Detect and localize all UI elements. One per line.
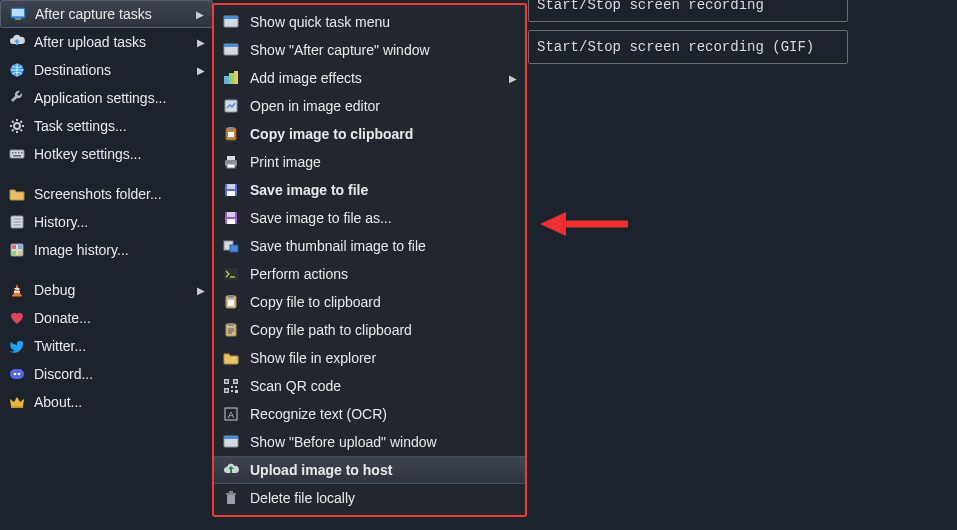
- svg-rect-26: [12, 251, 16, 255]
- sidebar-item-image-history[interactable]: Image history...: [0, 236, 213, 264]
- sidebar-item-label: Destinations: [34, 62, 197, 78]
- image-history-icon: [8, 241, 26, 259]
- svg-rect-2: [15, 18, 21, 20]
- svg-rect-30: [14, 291, 20, 293]
- svg-rect-36: [224, 16, 238, 19]
- submenu-item-save-thumbnail[interactable]: Save thumbnail image to file: [214, 232, 525, 260]
- sidebar-item-application-settings[interactable]: Application settings...: [0, 84, 213, 112]
- submenu-item-show-file-in-explorer[interactable]: Show file in explorer: [214, 344, 525, 372]
- sidebar-item-after-upload-tasks[interactable]: After upload tasks ▶: [0, 28, 213, 56]
- submenu-item-perform-actions[interactable]: Perform actions: [214, 260, 525, 288]
- cloud-upload-icon: [8, 33, 26, 51]
- sidebar-item-label: After capture tasks: [35, 6, 196, 22]
- sidebar-item-label: Donate...: [34, 310, 207, 326]
- svg-rect-74: [226, 381, 228, 383]
- submenu-item-label: Open in image editor: [250, 98, 519, 114]
- svg-point-32: [14, 373, 17, 376]
- window-icon: [222, 13, 240, 31]
- monitor-icon: [9, 5, 27, 23]
- chevron-right-icon: ▶: [197, 285, 207, 296]
- sidebar-item-task-settings[interactable]: Task settings...: [0, 112, 213, 140]
- sidebar-item-donate[interactable]: Donate...: [0, 304, 213, 332]
- svg-rect-40: [229, 73, 234, 84]
- svg-point-4: [14, 123, 20, 129]
- submenu-item-label: Save image to file as...: [250, 210, 519, 226]
- svg-rect-60: [228, 295, 234, 298]
- svg-marker-85: [540, 212, 566, 236]
- sidebar-item-screenshots-folder[interactable]: Screenshots folder...: [0, 180, 213, 208]
- submenu-item-copy-file-to-clipboard[interactable]: Copy file to clipboard: [214, 288, 525, 316]
- svg-rect-73: [235, 390, 238, 393]
- globe-icon: [8, 61, 26, 79]
- submenu-item-show-after-capture-window[interactable]: Show "After capture" window: [214, 36, 525, 64]
- svg-rect-72: [231, 390, 233, 392]
- submenu-item-recognize-text-ocr[interactable]: ARecognize text (OCR): [214, 400, 525, 428]
- svg-rect-1: [12, 9, 24, 16]
- printer-icon: [222, 153, 240, 171]
- history-icon: [8, 213, 26, 231]
- svg-rect-28: [12, 295, 22, 297]
- submenu-item-delete-file-locally[interactable]: Delete file locally: [214, 484, 525, 512]
- svg-rect-13: [10, 150, 24, 158]
- submenu-item-open-in-image-editor[interactable]: Open in image editor: [214, 92, 525, 120]
- svg-rect-14: [12, 152, 14, 154]
- sidebar-item-about[interactable]: About...: [0, 388, 213, 416]
- clipboard-file-icon: [222, 293, 240, 311]
- submenu-item-copy-file-path-to-clipboard[interactable]: Copy file path to clipboard: [214, 316, 525, 344]
- submenu-item-label: Copy file to clipboard: [250, 294, 519, 310]
- submenu-item-copy-image-to-clipboard[interactable]: Copy image to clipboard: [214, 120, 525, 148]
- window-icon: [222, 433, 240, 451]
- upload-icon: [222, 461, 240, 479]
- svg-rect-51: [227, 191, 235, 196]
- svg-rect-27: [18, 251, 22, 255]
- effects-icon: [222, 69, 240, 87]
- sidebar-item-after-capture-tasks[interactable]: After capture tasks ▶: [0, 0, 213, 28]
- hotkey-label: Start/Stop screen recording: [537, 0, 764, 13]
- hotkey-label: Start/Stop screen recording (GIF): [537, 39, 814, 55]
- submenu-item-label: Copy file path to clipboard: [250, 322, 519, 338]
- clipboard-image-icon: [222, 125, 240, 143]
- sidebar-item-debug[interactable]: Debug ▶: [0, 276, 213, 304]
- submenu-item-scan-qr-code[interactable]: Scan QR code: [214, 372, 525, 400]
- folder-icon: [8, 185, 26, 203]
- folder-open-icon: [222, 349, 240, 367]
- sidebar-item-destinations[interactable]: Destinations ▶: [0, 56, 213, 84]
- svg-rect-61: [228, 300, 234, 306]
- svg-rect-82: [226, 493, 236, 495]
- sidebar-item-label: Debug: [34, 282, 197, 298]
- sidebar-item-label: History...: [34, 214, 207, 230]
- submenu-item-save-image-to-file[interactable]: Save image to file: [214, 176, 525, 204]
- svg-rect-80: [224, 436, 238, 439]
- hotkey-row[interactable]: Start/Stop screen recording: [528, 0, 848, 22]
- trash-icon: [222, 489, 240, 507]
- submenu-item-label: Delete file locally: [250, 490, 519, 506]
- submenu-item-save-image-to-file-as[interactable]: Save image to file as...: [214, 204, 525, 232]
- sidebar-divider: [0, 264, 213, 276]
- chevron-right-icon: ▶: [197, 37, 207, 48]
- svg-rect-17: [21, 152, 23, 154]
- sidebar-item-hotkey-settings[interactable]: Hotkey settings...: [0, 140, 213, 168]
- svg-rect-50: [227, 184, 235, 189]
- svg-rect-25: [18, 245, 22, 249]
- svg-rect-31: [10, 369, 24, 379]
- submenu-item-show-quick-task-menu[interactable]: Show quick task menu: [214, 8, 525, 36]
- submenu-item-add-image-effects[interactable]: Add image effects▶: [214, 64, 525, 92]
- svg-rect-44: [228, 127, 234, 130]
- sidebar-item-label: Image history...: [34, 242, 207, 258]
- sidebar-item-discord[interactable]: Discord...: [0, 360, 213, 388]
- svg-rect-81: [227, 495, 235, 504]
- sidebar-item-twitter[interactable]: Twitter...: [0, 332, 213, 360]
- svg-rect-29: [15, 288, 20, 290]
- submenu-item-label: Copy image to clipboard: [250, 126, 519, 142]
- svg-rect-45: [228, 132, 234, 137]
- sidebar-item-history[interactable]: History...: [0, 208, 213, 236]
- submenu-item-show-before-upload-window[interactable]: Show "Before upload" window: [214, 428, 525, 456]
- submenu-item-label: Upload image to host: [250, 462, 519, 478]
- submenu-item-label: Add image effects: [250, 70, 509, 86]
- submenu-item-upload-image-to-host[interactable]: Upload image to host: [214, 456, 525, 484]
- sidebar: After capture tasks ▶ After upload tasks…: [0, 0, 213, 416]
- sidebar-item-label: About...: [34, 394, 207, 410]
- submenu-item-print-image[interactable]: Print image: [214, 148, 525, 176]
- hotkey-row[interactable]: Start/Stop screen recording (GIF): [528, 30, 848, 64]
- submenu-item-label: Save thumbnail image to file: [250, 238, 519, 254]
